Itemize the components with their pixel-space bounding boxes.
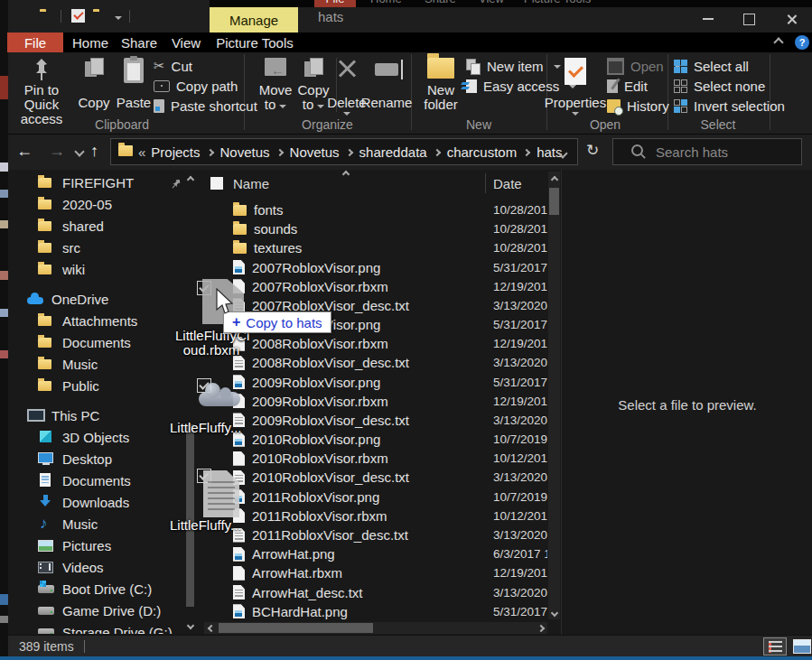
window-minimize-button[interactable] [695,7,722,31]
image-file-icon [233,375,245,389]
sidebar-item-desktop[interactable]: Desktop [8,448,183,469]
sidebar-item-firefight[interactable]: FIREFIGHT [8,172,183,193]
table-row[interactable]: 2011RobloxVisor_desc.txt3/13/2020 8 [204,525,547,544]
cut-button[interactable]: ✂ Cut [154,56,192,76]
tab-share[interactable]: Share [116,33,163,52]
move-to-button[interactable]: Move to [258,54,293,116]
sidebar-item-src[interactable]: src [8,237,183,258]
table-row[interactable]: 2011RobloxVisor.rbxm10/12/2019 [204,507,547,525]
sidebar-item-attachments[interactable]: Attachments [8,310,183,331]
sidebar-item-documents[interactable]: Documents [8,469,183,491]
tab-view[interactable]: View [164,33,208,52]
copy-path-button[interactable]: Copy path [154,76,238,96]
table-row[interactable]: 2009RobloxVisor.png5/31/2017 7 [204,373,547,392]
qat-dropdown-caret-icon[interactable] [115,16,122,23]
list-scrollbar[interactable] [548,172,560,619]
table-row[interactable]: 2007RobloxVisor.rbxm12/19/2018 [204,277,547,296]
table-row[interactable]: ArrowHat.png6/3/2017 11 [204,544,547,563]
invert-selection-button[interactable]: Invert selection [674,96,785,116]
sidebar-item-public[interactable]: Public [8,375,183,396]
paste-shortcut-button[interactable]: Paste shortcut [154,96,257,116]
select-none-button[interactable]: Select none [674,76,765,96]
column-header-name[interactable]: Name [233,176,269,191]
select-all-button[interactable]: Select all [674,56,749,76]
refresh-icon[interactable]: ↻ [586,141,599,160]
sidebar-item-3d-objects[interactable]: 3D Objects [8,426,183,448]
table-row[interactable]: sounds10/28/2018 [204,219,547,238]
help-icon[interactable]: ? [795,35,809,50]
hscroll-thumb[interactable] [219,623,373,633]
breadcrumb-item[interactable]: Projects [151,144,200,160]
window-maximize-button[interactable] [735,7,762,31]
manage-contextual-tab[interactable]: Manage [210,7,298,33]
sidebar-item-shared[interactable]: shared [8,215,183,237]
sidebar-item-videos[interactable]: Videos [8,556,183,578]
column-header-date[interactable]: Date [493,176,522,191]
pin-to-quick-access-button[interactable]: Pin to Quick access [11,54,72,116]
history-button[interactable]: History [607,96,669,116]
sidebar-item-wiki[interactable]: wiki [8,258,183,280]
sidebar-item-documents[interactable]: Documents [8,331,183,353]
sidebar-item-this-pc[interactable]: This PC [8,404,183,426]
details-view-button[interactable] [763,637,787,655]
breadcrumb[interactable]: « ProjectsNovetusNovetusshareddatacharcu… [110,138,578,165]
table-row[interactable]: 2007RobloxVisor_desc.txt3/13/2020 8 [204,296,547,315]
sidebar-item-music[interactable]: Music [8,513,183,535]
sidebar-item-game-drive-d[interactable]: Game Drive (D:) [8,600,183,621]
sidebar-item-2020-05[interactable]: 2020-05 [8,193,183,215]
sidebar-item-downloads[interactable]: Downloads [8,491,183,513]
edit-button[interactable]: Edit [607,76,648,96]
tab-picture-tools[interactable]: Picture Tools [211,33,298,52]
breadcrumb-item[interactable]: charcustom [447,144,518,160]
column-divider[interactable] [485,173,486,193]
new-folder-button[interactable]: New folder [419,54,462,116]
table-row[interactable]: 2011RobloxVisor.png10/7/2019 3 [204,488,547,507]
search-box[interactable] [612,138,802,165]
tab-home[interactable]: Home [67,33,114,52]
group-label-new: New [425,117,533,132]
window-close-button[interactable] [778,7,805,31]
table-row[interactable]: 2010RobloxVisor.rbxm10/12/2019 [204,449,547,468]
sidebar-item-storage-drive-g[interactable]: Storage Drive (G:) [8,621,183,634]
file-name: ArrowHat.rbxm [252,565,342,581]
button-label: Select none [694,79,765,94]
sidebar-item-pictures[interactable]: Pictures [8,535,183,556]
search-input[interactable] [654,144,793,161]
table-row[interactable]: 2009RobloxVisor.rbxm12/19/2018 [204,392,547,411]
sidebar-item-onedrive[interactable]: OneDrive [8,288,183,310]
table-row[interactable]: ArrowHat_desc.txt3/13/2020 8 [204,582,547,601]
rename-button[interactable]: Rename [361,54,412,116]
table-row[interactable]: 2008RobloxVisor_desc.txt3/13/2020 8 [204,353,547,372]
paste-button[interactable]: Paste [115,54,153,116]
sidebar-item-boot-drive-c[interactable]: Boot Drive (C:) [8,578,183,600]
table-row[interactable]: 2007RobloxVisor.png5/31/2017 7 [204,258,547,277]
new-item-button[interactable]: New item [466,56,561,76]
sidebar-item-music[interactable]: Music [8,353,183,375]
table-row[interactable]: textures10/28/2018 [204,238,547,257]
breadcrumb-item[interactable]: shareddata [359,144,427,160]
open-button[interactable]: Open [607,56,681,76]
forward-icon[interactable]: → [49,142,65,161]
table-row[interactable]: 2010RobloxVisor.png10/7/2019 3 [204,430,547,449]
table-row[interactable]: 2008RobloxVisor.png5/31/2017 7 [204,315,547,334]
sidebar-scroll-thumb[interactable] [186,424,194,607]
list-scroll-thumb[interactable] [549,188,559,215]
qat-properties-icon[interactable] [71,9,85,23]
table-row[interactable]: 2009RobloxVisor_desc.txt3/13/2020 8 [204,411,547,430]
breadcrumb-item[interactable]: Novetus [220,144,270,160]
tab-file[interactable]: File [7,33,63,52]
table-row[interactable]: 2008RobloxVisor.rbxm12/19/2018 [204,334,547,353]
thumbnail-view-button[interactable] [790,637,812,655]
breadcrumb-overflow-icon[interactable]: « [138,144,145,160]
up-icon[interactable]: ↑ [90,142,98,161]
breadcrumb-item[interactable]: Novetus [290,144,340,160]
properties-button[interactable]: Properties [547,54,603,116]
table-row[interactable]: ArrowHat.rbxm12/19/2018 [204,563,547,582]
text-file-icon [233,413,245,427]
table-row[interactable]: BCHardHat.png5/31/2017 7 [204,602,547,621]
select-all-checkbox[interactable] [210,177,223,190]
folder-icon [38,240,54,255]
table-row[interactable]: fonts10/28/2018 [204,200,547,219]
table-row[interactable]: 2010RobloxVisor_desc.txt3/13/2020 8 [204,468,547,487]
back-icon[interactable]: ← [16,142,33,161]
